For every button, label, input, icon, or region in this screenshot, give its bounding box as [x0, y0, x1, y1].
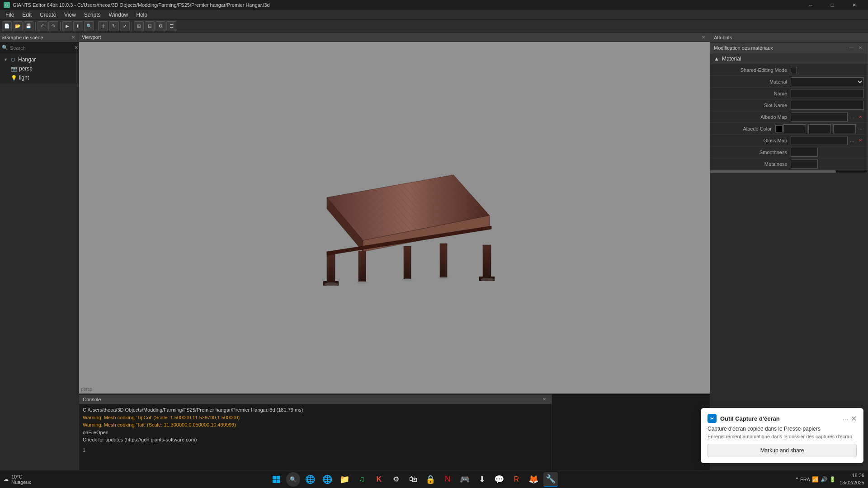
albedo-color-b[interactable]: 0	[833, 124, 856, 133]
smoothness-input[interactable]: 0	[791, 148, 818, 157]
search-btn[interactable]: 🔍	[84, 21, 94, 31]
taskbar-app-store[interactable]: 🛍	[406, 472, 420, 487]
play-button[interactable]: ▶	[62, 21, 72, 31]
taskbar-app-netflix[interactable]: N	[440, 472, 455, 487]
albedo-map-browse[interactable]: …	[849, 113, 856, 121]
toast-close-button[interactable]: ✕	[851, 414, 857, 423]
svg-rect-40	[277, 476, 280, 479]
redo-button[interactable]: ↷	[48, 21, 58, 31]
material-name-input[interactable]	[791, 89, 864, 98]
metalness-input[interactable]: 0	[791, 160, 818, 169]
windows-logo-icon	[272, 475, 280, 483]
clock-time: 18:36	[840, 472, 864, 479]
scene-panel-header: &Graphe de scène ✕	[0, 33, 79, 42]
menu-create[interactable]: Create	[36, 11, 60, 19]
mat-label-name: Name	[714, 91, 791, 96]
scale-tool[interactable]: ⤢	[120, 21, 130, 31]
taskbar-app-firefox[interactable]: 🦊	[526, 472, 541, 487]
shared-editing-checkbox[interactable]	[791, 67, 797, 73]
weather-temp: 10°C	[11, 474, 31, 479]
viewport-close[interactable]: ✕	[700, 33, 707, 41]
clear-search-icon[interactable]: ✕	[74, 45, 78, 51]
toast-more-button[interactable]: ...	[843, 414, 848, 423]
viewport-canvas[interactable]: persp	[79, 42, 710, 394]
open-button[interactable]: 📂	[13, 21, 23, 31]
sep2	[60, 22, 61, 31]
albedo-color-swatch[interactable]	[775, 125, 783, 132]
maximize-button[interactable]: □	[822, 0, 843, 10]
bottom-right-empty	[552, 394, 710, 477]
sep3	[96, 22, 96, 31]
minimize-button[interactable]: ─	[800, 0, 821, 10]
tree-label-persp: persp	[19, 66, 33, 72]
gloss-map-clear[interactable]: ✕	[857, 137, 864, 144]
console-close[interactable]: ✕	[541, 396, 548, 403]
menu-scripts[interactable]: Scripts	[80, 11, 104, 19]
pause-button[interactable]: ⏸	[73, 21, 83, 31]
tray-expand[interactable]: ^	[796, 476, 798, 483]
extras1[interactable]: ⚙	[156, 21, 165, 31]
left-panel: &Graphe de scène ✕ 🔍 ✕ ▼ ▼ ⬡ H	[0, 33, 79, 477]
svg-point-35	[481, 278, 494, 282]
close-button[interactable]: ✕	[844, 0, 864, 10]
albedo-map-clear[interactable]: ✕	[857, 113, 864, 121]
taskbar-app-edge[interactable]: 🌐	[320, 472, 335, 487]
taskbar-app-d[interactable]: ⚙	[389, 472, 403, 487]
albedo-color-r[interactable]: 0	[783, 124, 806, 133]
menu-view[interactable]: View	[61, 11, 80, 19]
svg-rect-41	[273, 479, 276, 483]
extras2[interactable]: ☰	[166, 21, 176, 31]
material-panel-controls: ⋯ ✕	[848, 44, 864, 52]
snap-toggle[interactable]: ⊞	[134, 21, 144, 31]
material-panel-close[interactable]: ✕	[857, 44, 864, 52]
taskbar-app-vpn[interactable]: 🔒	[423, 472, 438, 487]
move-tool[interactable]: ✛	[98, 21, 108, 31]
material-scroll-thumb[interactable]	[710, 170, 836, 173]
model-svg	[282, 139, 508, 297]
taskbar-app-k[interactable]: K	[372, 472, 386, 487]
toast-action-button[interactable]: Markup and share	[708, 444, 857, 457]
menu-help[interactable]: Help	[132, 11, 151, 19]
menu-file[interactable]: File	[2, 11, 18, 19]
mat-row-smoothness: Smoothness 0	[710, 146, 868, 158]
save-button[interactable]: 💾	[24, 21, 33, 31]
taskbar-app-discord[interactable]: 💬	[492, 472, 506, 487]
gloss-map-browse[interactable]: …	[849, 137, 856, 144]
material-panel-more[interactable]: ⋯	[848, 44, 855, 52]
grid-toggle[interactable]: ⊟	[145, 21, 155, 31]
material-section-header[interactable]: ▲ Material	[710, 53, 868, 64]
console-input[interactable]	[87, 447, 548, 453]
search-taskbar-button[interactable]: 🔍	[286, 472, 300, 487]
taskbar-app-giants[interactable]: 🔧	[543, 472, 558, 487]
tree-item-hangar[interactable]: ▼ ⬡ Hangar	[0, 55, 79, 64]
mat-row-material: Material	[710, 76, 868, 88]
albedo-color-g[interactable]: 0	[808, 124, 831, 133]
slot-name-input[interactable]	[791, 101, 864, 110]
titlebar: G GIANTS Editor 64bit 10.0.3 - C:/Users/…	[0, 0, 868, 10]
taskbar-app-files[interactable]: 📁	[337, 472, 352, 487]
menu-edit[interactable]: Edit	[19, 11, 35, 19]
tree-item-persp[interactable]: 📷 persp	[0, 64, 79, 73]
weather-condition: Nuageux	[11, 479, 31, 485]
taskbar-app-spotify[interactable]: ♫	[354, 472, 369, 487]
mat-value-shared-editing	[791, 67, 864, 73]
material-dropdown[interactable]	[791, 77, 864, 86]
mat-value-gloss-map: … ✕	[791, 136, 864, 145]
gloss-map-input[interactable]	[791, 136, 848, 145]
rotate-tool[interactable]: ↻	[109, 21, 119, 31]
undo-button[interactable]: ↶	[38, 21, 47, 31]
taskbar-app-download[interactable]: ⬇	[475, 472, 489, 487]
start-button[interactable]	[269, 472, 283, 487]
taskbar-app-r[interactable]: R	[509, 472, 524, 487]
tree-arrow-hangar: ▼	[4, 57, 8, 62]
taskbar-app-chrome[interactable]: 🌐	[303, 472, 317, 487]
albedo-map-input[interactable]	[791, 113, 848, 122]
new-button[interactable]: 📄	[2, 21, 12, 31]
menu-window[interactable]: Window	[105, 11, 132, 19]
battery-icon: 🔋	[829, 476, 836, 483]
scene-panel-close[interactable]: ✕	[70, 34, 77, 41]
tree-item-light[interactable]: 💡 light	[0, 73, 79, 82]
scene-search-input[interactable]	[10, 45, 72, 51]
taskbar-app-xbox[interactable]: 🎮	[458, 472, 472, 487]
albedo-color-more[interactable]: …	[857, 125, 864, 132]
